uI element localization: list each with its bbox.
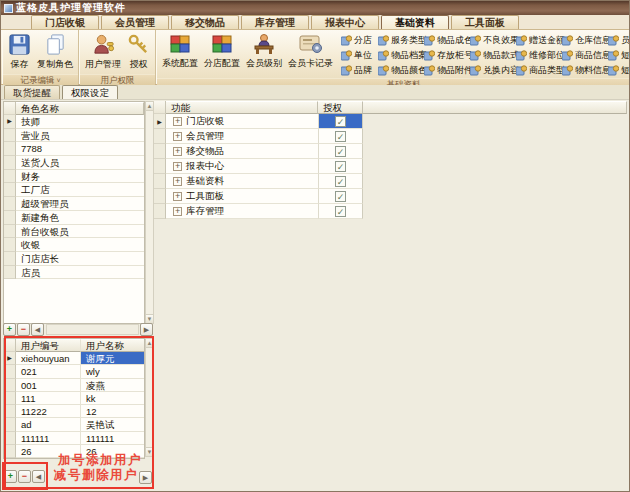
role-scroll-left-button[interactable]: ◀ — [31, 323, 44, 336]
user-row[interactable]: xiehouyuan谢厚元 — [4, 352, 144, 365]
role-row[interactable]: 工厂店 — [4, 183, 144, 197]
user-manage-button[interactable]: 用户管理 — [82, 32, 124, 74]
delete-user-button[interactable]: − — [18, 470, 31, 483]
function-column-header[interactable]: 功能 — [166, 101, 318, 114]
scroll-up-icon[interactable]: ▲ — [146, 339, 153, 348]
role-row[interactable]: 门店店长 — [4, 252, 144, 266]
ribbon-tab-reports[interactable]: 报表中心 — [311, 15, 379, 29]
auth-checkbox[interactable]: ✓ — [335, 176, 346, 187]
item-brand[interactable]: 品牌 — [339, 63, 376, 78]
scroll-down-icon[interactable]: ▼ — [146, 314, 153, 323]
function-row[interactable]: 报表中心✓ — [154, 159, 363, 174]
expand-icon[interactable] — [173, 162, 182, 171]
user-name: 吴艳试 — [81, 418, 144, 431]
item-bad-effect[interactable]: 不良效果 — [468, 33, 514, 48]
role-navigator-track[interactable] — [46, 324, 139, 335]
item-product-info[interactable]: 商品信息 — [560, 48, 606, 63]
role-row[interactable]: 7788 — [4, 142, 144, 156]
role-row[interactable]: 前台收银员 — [4, 225, 144, 239]
expand-icon[interactable] — [173, 132, 182, 141]
item-item-file[interactable]: 物品档案 — [376, 48, 422, 63]
branch-config-button[interactable]: 分店配置 — [201, 32, 243, 74]
tab-permission-settings[interactable]: 权限设定 — [62, 85, 118, 99]
scroll-down-icon[interactable]: ▼ — [146, 447, 153, 456]
role-row[interactable]: 技师 — [4, 115, 144, 129]
auth-checkbox[interactable]: ✓ — [335, 116, 346, 127]
auth-checkbox[interactable]: ✓ — [335, 206, 346, 217]
user-grid-scrollbar[interactable]: ▲ ▼ — [145, 338, 154, 457]
user-scroll-left-button[interactable]: ◀ — [32, 470, 45, 483]
user-row[interactable]: ad吴艳试 — [4, 418, 144, 431]
auth-checkbox[interactable]: ✓ — [335, 191, 346, 202]
item-item-attachment[interactable]: 物品附件 — [422, 63, 468, 78]
item-gift-amount[interactable]: 赠送金额 — [514, 33, 560, 48]
delete-role-button[interactable]: − — [17, 323, 30, 336]
function-row[interactable]: 库存管理✓ — [154, 204, 363, 219]
expand-icon[interactable] — [173, 207, 182, 216]
role-row[interactable]: 店员 — [4, 266, 144, 280]
auth-checkbox[interactable]: ✓ — [335, 146, 346, 157]
role-grid-scrollbar[interactable]: ▲ ▼ — [145, 101, 154, 324]
ribbon-tab-transfer-items[interactable]: 移交物品 — [171, 15, 239, 29]
expand-icon[interactable] — [173, 192, 182, 201]
add-role-button[interactable]: + — [3, 323, 16, 336]
item-unit[interactable]: 单位 — [339, 48, 376, 63]
ribbon-tab-tools[interactable]: 工具面板 — [451, 15, 519, 29]
function-row[interactable]: 工具面板✓ — [154, 189, 363, 204]
expand-icon[interactable] — [173, 177, 182, 186]
auth-checkbox[interactable]: ✓ — [335, 131, 346, 142]
user-name-column-header[interactable]: 用户名称 — [81, 339, 144, 352]
item-employee[interactable]: 员工 — [606, 33, 630, 48]
auth-checkbox[interactable]: ✓ — [335, 161, 346, 172]
role-row[interactable]: 收银 — [4, 238, 144, 252]
user-id: 111111 — [16, 432, 81, 445]
function-row[interactable]: 会员管理✓ — [154, 129, 363, 144]
item-sms-platform[interactable]: 短信平台 — [606, 63, 630, 78]
member-card-record-button[interactable]: 会员卡记录 — [285, 32, 336, 74]
user-id-column-header[interactable]: 用户编号 — [16, 339, 81, 352]
auth-column-header[interactable]: 授权 — [318, 101, 363, 114]
role-name-column-header[interactable]: 角色名称 — [16, 102, 144, 115]
member-level-button[interactable]: 会员级别 — [243, 32, 285, 74]
ribbon-tab-store-cashier[interactable]: 门店收银 — [31, 15, 99, 29]
role-row[interactable]: 送货人员 — [4, 156, 144, 170]
item-item-condition[interactable]: 物品成色 — [422, 33, 468, 48]
role-row[interactable]: 营业员 — [4, 129, 144, 143]
item-branch[interactable]: 分店 — [339, 33, 376, 48]
item-item-color[interactable]: 物品颜色 — [376, 63, 422, 78]
function-row[interactable]: 移交物品✓ — [154, 144, 363, 159]
function-row[interactable]: 门店收银✓ — [154, 114, 363, 129]
user-row[interactable]: 111kk — [4, 392, 144, 405]
item-sms-template[interactable]: 短信模板 — [606, 48, 630, 63]
save-button[interactable]: 保存 — [5, 32, 34, 74]
authorize-button[interactable]: 授权 — [124, 32, 153, 74]
item-service-type[interactable]: 服务类型 — [376, 33, 422, 48]
ribbon-tab-basic-data[interactable]: 基础资料 — [381, 15, 449, 29]
user-row[interactable]: 001凌燕 — [4, 379, 144, 392]
copy-role-button[interactable]: 复制角色 — [34, 32, 76, 74]
item-repair-part[interactable]: 维修部位 — [514, 48, 560, 63]
role-scroll-right-button[interactable]: ▶ — [140, 323, 153, 336]
expand-icon[interactable] — [173, 147, 182, 156]
ribbon-tab-member-mgmt[interactable]: 会员管理 — [101, 15, 169, 29]
ribbon-tab-inventory[interactable]: 库存管理 — [241, 15, 309, 29]
user-row[interactable]: 021wly — [4, 365, 144, 378]
item-storage-cabinet[interactable]: 存放柜号 — [422, 48, 468, 63]
user-row[interactable]: 1122212 — [4, 405, 144, 418]
user-scroll-right-button[interactable]: ▶ — [139, 471, 152, 484]
scroll-up-icon[interactable]: ▲ — [146, 102, 153, 111]
item-item-style[interactable]: 物品款式 — [468, 48, 514, 63]
item-product-type[interactable]: 商品类型 — [514, 63, 560, 78]
item-exchange-content[interactable]: 兑换内容 — [468, 63, 514, 78]
system-config-button[interactable]: 系统配置 — [159, 32, 201, 74]
user-row[interactable]: 111111111111 — [4, 432, 144, 445]
expand-icon[interactable] — [173, 117, 182, 126]
add-user-button[interactable]: + — [4, 470, 17, 483]
function-row[interactable]: 基础资料✓ — [154, 174, 363, 189]
role-row[interactable]: 财务 — [4, 170, 144, 184]
role-row[interactable]: 新建角色 — [4, 211, 144, 225]
tab-pickup-reminder[interactable]: 取货提醒 — [4, 85, 60, 99]
item-warehouse-info[interactable]: 仓库信息 — [560, 33, 606, 48]
role-row[interactable]: 超级管理员 — [4, 197, 144, 211]
item-material-info[interactable]: 物料信息 — [560, 63, 606, 78]
